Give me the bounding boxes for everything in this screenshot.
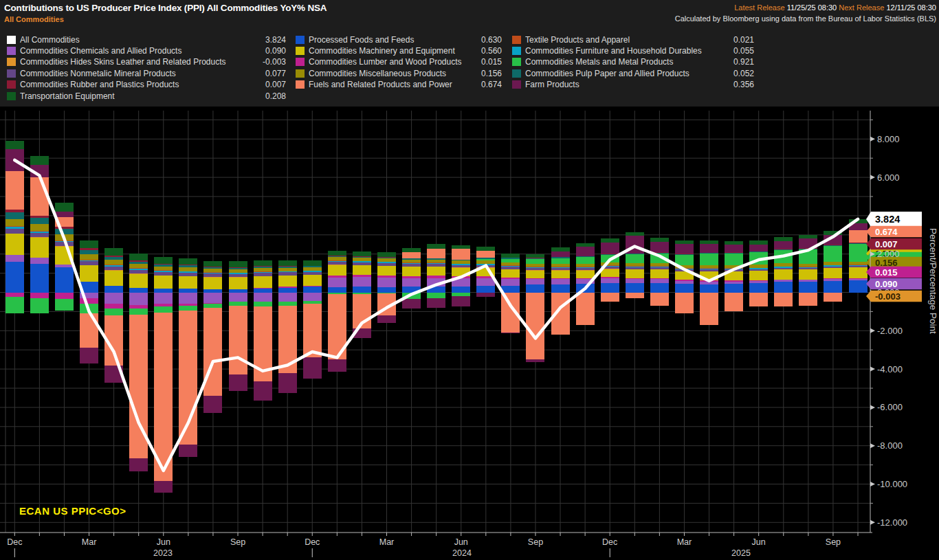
legend-item-hides[interactable]: Commodities Hides Skins Leather and Rela… [7, 57, 286, 67]
x-tick-label: Dec [7, 537, 22, 547]
bar-May-2025[interactable] [725, 241, 743, 312]
segment-processed_foods [129, 288, 148, 293]
segment-miscellaneous [104, 260, 123, 265]
segment-processed_foods [254, 289, 272, 293]
bar-Mar-2025[interactable] [675, 240, 694, 314]
segment-rubber [55, 227, 74, 229]
segment-metals [179, 306, 197, 311]
bar-Oct-2025[interactable] [849, 219, 868, 293]
bar-May-2024[interactable] [427, 244, 445, 307]
bar-Jun-2025[interactable] [749, 240, 768, 306]
legend-item-fuels[interactable]: Fuels and Related Products and Power0.67… [296, 80, 502, 90]
segment-hides [104, 270, 123, 271]
bar-Dec-2022[interactable] [5, 141, 24, 313]
legend-item-machinery[interactable]: Commodities Machinery and Equipment0.560 [296, 45, 502, 56]
legend-item-chemicals[interactable]: Commodities Chemicals and Allied Product… [7, 45, 286, 56]
segment-processed_foods [5, 262, 24, 293]
chart-subtitle[interactable]: All Commodities [4, 15, 64, 23]
segment-chemicals [129, 293, 148, 305]
segment-machinery [427, 267, 445, 276]
legend-label: Fuels and Related Products and Power [309, 80, 476, 89]
legend-item-pulp[interactable]: Commodities Pulp Paper and Allied Produc… [512, 68, 754, 78]
bar-Aug-2023[interactable] [203, 261, 222, 414]
segment-lumber [154, 304, 173, 306]
x-tick-label: Jun [454, 537, 468, 547]
bar-Nov-2024[interactable] [576, 243, 595, 325]
segment-processed_foods [749, 283, 768, 293]
segment-lumber [501, 278, 520, 279]
segment-nonmetalic [129, 270, 148, 274]
segment-metals [700, 254, 718, 265]
legend-item-furniture[interactable]: Commodities Furniture and Household Dura… [512, 45, 754, 56]
segment-fuels [675, 293, 694, 314]
bar-Sep-2023[interactable] [229, 261, 247, 391]
svg-text:3.824: 3.824 [875, 214, 900, 225]
svg-text:-6.000: -6.000 [877, 402, 903, 412]
x-tick-label: Mar [677, 537, 692, 547]
bar-Dec-2023[interactable] [303, 260, 322, 379]
segment-lumber [377, 276, 396, 278]
segment-farm [80, 348, 98, 363]
segment-nonmetalic [427, 264, 445, 267]
segment-machinery [30, 238, 49, 258]
bar-Jan-2024[interactable] [328, 251, 346, 372]
segment-nonmetalic [353, 262, 371, 265]
legend-swatch-metals [512, 58, 521, 66]
segment-miscellaneous [849, 262, 868, 265]
bar-Mar-2023[interactable] [80, 240, 98, 363]
segment-pulp [353, 257, 371, 258]
segment-textile [476, 264, 495, 265]
segment-rubber [129, 260, 148, 261]
bar-Oct-2024[interactable] [551, 247, 570, 334]
segment-metals [849, 244, 868, 262]
segment-rubber [254, 266, 272, 267]
segment-chemicals [254, 293, 272, 302]
segment-fuels [700, 293, 718, 325]
legend-item-textile[interactable]: Textile Products and Apparel0.021 [512, 34, 754, 45]
value-tag: 0.015 [866, 267, 922, 278]
svg-text:6.000: 6.000 [877, 172, 900, 183]
bar-Jul-2023[interactable] [179, 258, 197, 457]
svg-text:0.015: 0.015 [875, 267, 898, 278]
legend-label: Commodities Machinery and Equipment [309, 46, 476, 56]
svg-text:-2.000: -2.000 [877, 326, 903, 336]
segment-metals [501, 259, 520, 263]
source-note: Calculated by Bloomberg using data from … [675, 14, 936, 23]
bar-Apr-2023[interactable] [104, 248, 123, 382]
legend-item-rubber[interactable]: Commodities Rubber and Plastics Products… [7, 80, 286, 90]
segment-hides [353, 265, 371, 266]
svg-text:8.000: 8.000 [877, 134, 900, 144]
bar-Jul-2025[interactable] [774, 237, 793, 306]
legend-item-farm[interactable]: Farm Products0.356 [512, 80, 754, 90]
bar-Apr-2024[interactable] [402, 248, 421, 309]
segment-chemicals [179, 293, 197, 304]
bar-Jul-2024[interactable] [476, 247, 495, 297]
terminal-command[interactable]: ECAN US PPIC<GO> [19, 505, 126, 517]
legend-item-metals[interactable]: Commodities Metals and Metal Products0.9… [512, 57, 754, 67]
legend-value: 0.077 [265, 69, 286, 78]
bar-Apr-2025[interactable] [700, 240, 718, 325]
segment-textile [427, 262, 445, 263]
segment-nonmetalic [154, 272, 173, 276]
bar-Jan-2025[interactable] [626, 232, 644, 298]
bar-Sep-2024[interactable] [526, 254, 544, 362]
segment-pulp [55, 229, 74, 234]
legend-item-lumber[interactable]: Commodities Lumber and Wood Products0.01… [296, 57, 502, 67]
next-release-label: Next Release [839, 3, 884, 12]
chart-canvas[interactable]: 0.5600.9210.156-12.000-10.000-8.000-6.00… [0, 107, 939, 560]
bar-May-2023[interactable] [129, 254, 148, 472]
legend-item-processed_foods[interactable]: Processed Foods and Feeds0.630 [296, 34, 502, 45]
segment-chemicals [328, 278, 346, 287]
segment-miscellaneous [551, 264, 570, 267]
bar-Nov-2023[interactable] [278, 260, 297, 393]
bar-Feb-2025[interactable] [650, 238, 669, 306]
legend-item-nonmetalic[interactable]: Commodities Nonmetalic Mineral Products0… [7, 68, 286, 78]
segment-miscellaneous [179, 267, 197, 271]
segment-lumber [824, 278, 842, 279]
legend-item-transportation[interactable]: Transportation Equipment0.208 [7, 91, 286, 101]
legend-item-all_commodities[interactable]: All Commodities3.824 [7, 34, 286, 45]
legend-value: 0.052 [733, 69, 754, 78]
bar-Oct-2023[interactable] [254, 260, 272, 401]
legend-item-miscellaneous[interactable]: Commodities Miscellaneous Products0.156 [296, 68, 502, 78]
bar-Dec-2024[interactable] [601, 238, 619, 302]
